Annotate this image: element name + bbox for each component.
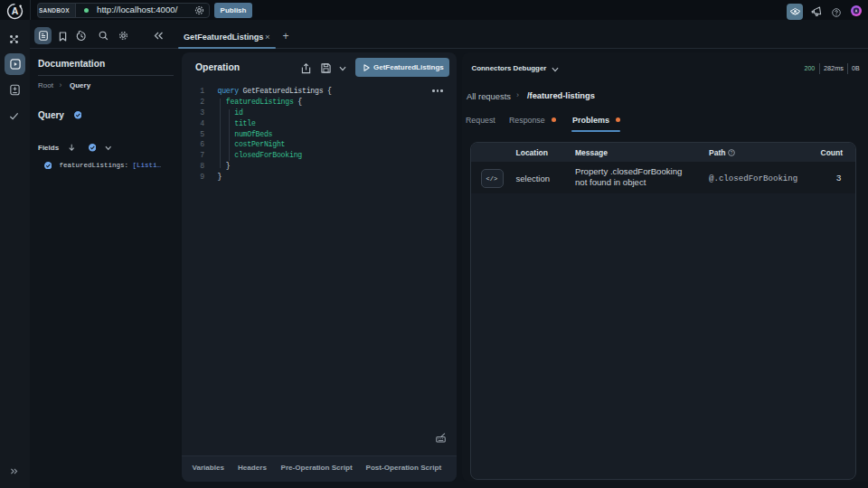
svg-text:?: ?: [730, 150, 732, 155]
svg-text:A: A: [12, 5, 19, 16]
